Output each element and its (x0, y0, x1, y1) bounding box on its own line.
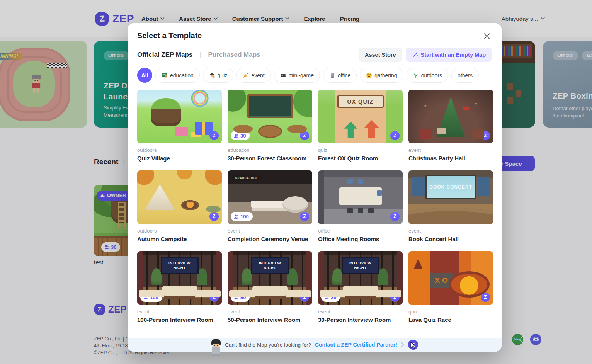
hero-card-zep-boxing[interactable]: Official Game ZEP Boxing Defeat other pl… (543, 41, 592, 128)
hero-subtitle: Simplify Eve Measureme (104, 104, 131, 119)
close-button[interactable] (481, 31, 492, 42)
filter-chip-quiz[interactable]: quiz (203, 68, 234, 83)
template-title: Quiz Village (137, 155, 222, 162)
chevron-down-icon (285, 17, 289, 20)
asset-store-button[interactable]: Asset Store (359, 48, 402, 62)
thumbnail-sign-text: GRADUATION (232, 175, 260, 181)
divider: | (199, 51, 201, 58)
recent-heading: Recent (94, 158, 118, 166)
template-category: event (137, 309, 222, 315)
filter-chip-others[interactable]: others (451, 68, 479, 83)
hero-card-running[interactable]: RUNNING! (0, 41, 87, 128)
filter-chip-label: event (251, 72, 264, 78)
person-icon (143, 295, 148, 300)
template-card-completion-ceremony-venue[interactable]: GRADUATION100ZeventCompletion Ceremony V… (228, 170, 312, 242)
template-category: event (318, 309, 403, 315)
thumbnail-sign-text: INTERVIEW NIGHT (251, 257, 289, 274)
discord-link[interactable] (530, 334, 541, 345)
nav-item-label: Customer Support (232, 15, 283, 22)
magic-wand-icon (412, 52, 418, 58)
template-thumbnail: BOOK CONCERT100Z (408, 170, 493, 224)
modal-title: Select a Template (137, 31, 492, 40)
filter-chip-label: others (458, 72, 473, 78)
tab-purchased-maps[interactable]: Purchased Maps (208, 51, 260, 59)
capacity-badge: 30 (231, 131, 250, 140)
nav-item-pricing[interactable]: Pricing (340, 15, 359, 22)
gathering-icon (366, 72, 372, 78)
template-thumbnail: GRADUATION100Z (228, 170, 312, 224)
capacity-badge: 100 (140, 293, 162, 302)
capacity-value: 30 (331, 294, 336, 300)
person-icon (104, 245, 109, 250)
filter-chip-label: outdoors (421, 72, 442, 78)
running-tag: RUNNING! (0, 53, 22, 60)
ladder (118, 202, 126, 229)
template-grid: ZoutdoorsQuiz Village30Zeducation30-Pers… (137, 90, 492, 323)
template-card-100-person-interview-room[interactable]: INTERVIEW NIGHT100Zevent100-Person Inter… (137, 251, 222, 323)
person-icon (234, 133, 239, 138)
filter-chip-label: mini-game (289, 72, 314, 78)
filter-chip-gathering[interactable]: gathering (360, 68, 403, 83)
template-card-office-meeting-rooms[interactable]: ZofficeOffice Meeting Rooms (318, 170, 403, 242)
template-card-30-person-interview-room[interactable]: INTERVIEW NIGHT30Zevent30-Person Intervi… (318, 251, 403, 323)
template-category: office (318, 228, 403, 234)
capacity-value: 30 (240, 133, 246, 139)
nav-item-label: Pricing (340, 15, 359, 22)
template-category: outdoors (137, 228, 222, 234)
filter-chip-education[interactable]: education (155, 68, 200, 83)
template-card-50-person-interview-room[interactable]: INTERVIEW NIGHT50Zevent50-Person Intervi… (228, 251, 312, 323)
zep-logo-text: ZEP (112, 13, 134, 25)
template-card-30-person-forest-classroom[interactable]: 30Zeducation30-Person Forest Classroom (228, 90, 312, 162)
space-name: test (94, 259, 103, 265)
finish-line (47, 63, 67, 68)
library-chairs (507, 83, 513, 90)
quiz-icon (209, 72, 215, 78)
template-card-autumn-campsite[interactable]: ZoutdoorsAutumn Campsite (137, 170, 222, 242)
modal-actions: Asset Store Start with an Empty Map (359, 48, 492, 62)
capacity-value: 100 (421, 214, 430, 219)
nav-item-explore[interactable]: Explore (304, 15, 325, 22)
filter-chip-mini-game[interactable]: mini-game (274, 68, 320, 83)
category-filters: Alleducationquizeventmini-gameofficegath… (137, 68, 492, 83)
template-card-forest-ox-quiz-room[interactable]: OX QUIZZquizForest OX Quiz Room (318, 90, 403, 162)
partner-banner: Can't find the Map you're looking for? C… (128, 338, 502, 352)
nav-item-asset-store[interactable]: Asset Store (179, 15, 217, 22)
education-icon (162, 72, 168, 78)
template-title: 50-Person Interview Room (228, 316, 312, 323)
filter-chip-outdoors[interactable]: outdoors (407, 68, 448, 83)
capacity-badge: 100 (412, 212, 434, 221)
chevron-down-icon (160, 17, 164, 20)
zep-watermark-icon: Z (481, 131, 490, 140)
zep-logo-icon[interactable]: Z (408, 339, 418, 350)
filter-chip-event[interactable]: event (236, 68, 270, 83)
zep-watermark-icon: Z (300, 293, 309, 302)
template-category: event (408, 228, 493, 234)
thumbnail-sign-text: INTERVIEW NIGHT (342, 257, 379, 274)
user-menu[interactable]: Abhiyuday s... (502, 0, 545, 37)
blog-link[interactable]: blog (512, 334, 523, 345)
outdoors-icon (413, 72, 419, 78)
blog-icon: blog (513, 337, 522, 342)
hero-subtitle: Defeat other player the champion! (553, 105, 592, 120)
nav-item-about[interactable]: About (141, 15, 164, 22)
filter-chip-all[interactable]: All (137, 68, 152, 83)
template-title: Completion Ceremony Venue (228, 236, 312, 242)
template-thumbnail: XOZ (408, 251, 493, 305)
start-empty-map-button[interactable]: Start with an Empty Map (406, 48, 492, 62)
zep-logo[interactable]: Z ZEP (95, 12, 134, 26)
zep-watermark-icon: Z (481, 293, 490, 302)
certified-partner-link[interactable]: Contact a ZEP Certified Partner! (315, 342, 397, 348)
nav-item-customer-support[interactable]: Customer Support (232, 15, 289, 22)
template-card-lava-quiz-race[interactable]: XOZquizLava Quiz Race (408, 251, 493, 323)
filter-chip-label: All (141, 72, 148, 78)
template-title: Book Concert Hall (408, 236, 493, 242)
template-thumbnail: Z (137, 90, 222, 143)
template-card-book-concert-hall[interactable]: BOOK CONCERT100ZeventBook Concert Hall (408, 170, 493, 242)
template-card-christmas-party-hall[interactable]: ZeventChristmas Party Hall (408, 90, 493, 162)
person-icon (415, 214, 420, 219)
template-card-quiz-village[interactable]: ZoutdoorsQuiz Village (137, 90, 222, 162)
tab-official-zep-maps[interactable]: Official ZEP Maps (137, 51, 192, 59)
template-thumbnail: 30Z (228, 90, 312, 143)
filter-chip-office[interactable]: office (323, 68, 357, 83)
banner-question: Can't find the Map you're looking for? (225, 342, 311, 348)
